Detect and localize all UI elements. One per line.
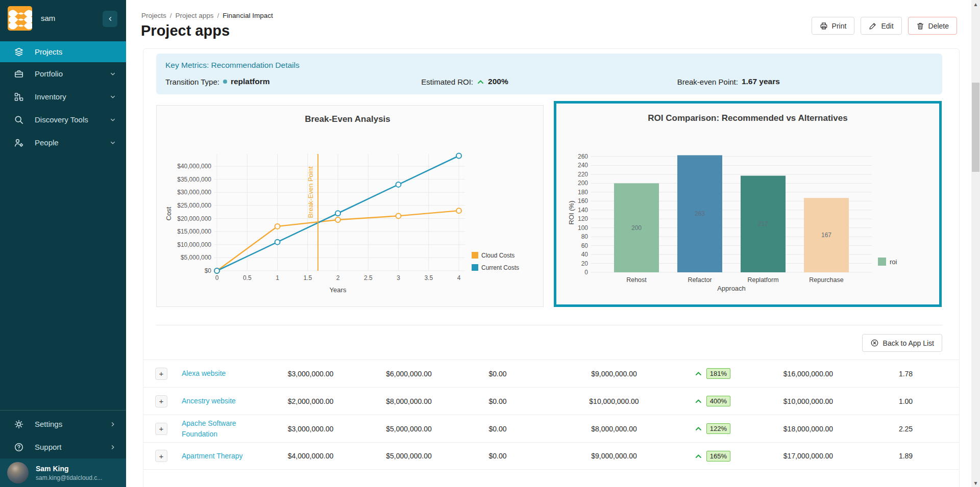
bar-value-label: 217 xyxy=(758,220,768,227)
money-cell: $0.00 xyxy=(460,425,535,433)
estimated-roi-label: Estimated ROI: xyxy=(421,78,473,86)
row-expand-button[interactable]: + xyxy=(155,368,167,380)
money-cell: $8,000,000.00 xyxy=(535,425,693,433)
table-row: +Alexa website$3,000,000.00$6,000,000.00… xyxy=(143,360,959,387)
roi-badge: 400% xyxy=(706,396,730,406)
sidebar-item-people[interactable]: People xyxy=(0,131,126,154)
tidal-logo-icon[interactable] xyxy=(8,6,32,31)
chevron-left-icon xyxy=(107,16,113,22)
row-expand-button[interactable]: + xyxy=(155,450,167,462)
svg-text:$25,000,000: $25,000,000 xyxy=(177,202,211,209)
sidebar-item-projects[interactable]: Projects xyxy=(0,41,126,62)
breadcrumb-separator: / xyxy=(170,12,172,19)
money-cell: $5,000,000.00 xyxy=(358,452,460,460)
edit-button[interactable]: Edit xyxy=(861,17,901,35)
money-cell: $9,000,000.00 xyxy=(535,370,693,378)
app-name-link[interactable]: Apartment Therapy xyxy=(182,452,243,460)
breadcrumb-project-apps[interactable]: Project apps xyxy=(176,12,214,19)
ratio-cell: 1.78 xyxy=(886,370,959,378)
back-to-app-list-button[interactable]: Back to App List xyxy=(862,334,942,352)
key-metrics-heading: Key Metrics: Recommendation Details xyxy=(165,61,933,70)
ratio-cell: 1.89 xyxy=(886,452,959,460)
money-cell: $3,000,000.00 xyxy=(263,370,358,378)
sidebar-footer-nav: Settings Support xyxy=(0,410,126,458)
legend-item[interactable]: Current Costs xyxy=(472,264,519,271)
svg-text:$40,000,000: $40,000,000 xyxy=(177,163,211,170)
scroll-up-arrow[interactable]: ▲ xyxy=(971,0,980,8)
bar-value-label: 263 xyxy=(695,210,705,217)
user-profile[interactable]: Sam King sam.king@tidalcloud.c... xyxy=(0,458,126,487)
scrollbar-thumb[interactable] xyxy=(972,83,979,172)
transition-type-metric: Transition Type: replatform xyxy=(165,77,421,86)
estimated-roi-value: 200% xyxy=(488,77,508,86)
person-gear-icon xyxy=(14,138,24,148)
legend-item[interactable]: Cloud Costs xyxy=(472,252,514,259)
sidebar-item-inventory[interactable]: Inventory xyxy=(0,85,126,108)
legend-item[interactable]: roi xyxy=(878,258,897,266)
caret-up-icon xyxy=(695,425,702,432)
roi-badge: 165% xyxy=(706,451,730,462)
svg-text:4: 4 xyxy=(457,274,461,281)
svg-text:Refactor: Refactor xyxy=(688,276,712,284)
app-name-link[interactable]: Apache Software Foundation xyxy=(182,419,236,438)
breadcrumb-current: Financial Impact xyxy=(223,12,273,19)
print-label: Print xyxy=(832,22,847,30)
svg-text:ROI (%): ROI (%) xyxy=(568,201,575,225)
caret-up-icon xyxy=(695,398,702,404)
sidebar-item-support[interactable]: Support xyxy=(0,435,126,458)
app-name-link[interactable]: Ancestry website xyxy=(182,397,236,405)
key-metrics-panel: Key Metrics: Recommendation Details Tran… xyxy=(156,54,942,94)
svg-text:$35,000,000: $35,000,000 xyxy=(177,176,211,183)
roi-chart-svg: ROI Comparison: Recommended vs Alternati… xyxy=(556,104,939,304)
printer-icon xyxy=(820,22,828,30)
sidebar-item-label: Inventory xyxy=(35,92,66,101)
page-title: Project apps xyxy=(141,22,230,39)
svg-text:120: 120 xyxy=(578,215,588,222)
sidebar-item-label: People xyxy=(35,138,59,147)
sidebar-collapse-button[interactable] xyxy=(103,11,117,27)
apps-table: +Alexa website$3,000,000.00$6,000,000.00… xyxy=(143,360,959,470)
scroll-down-arrow[interactable]: ▼ xyxy=(971,479,980,487)
bar-value-label: 200 xyxy=(631,224,642,232)
svg-text:100: 100 xyxy=(578,224,588,232)
sidebar-item-discovery-tools[interactable]: Discovery Tools xyxy=(0,108,126,131)
roi-cell: 122% xyxy=(693,423,730,434)
edit-label: Edit xyxy=(881,22,893,30)
delete-button[interactable]: Delete xyxy=(908,17,957,35)
roi-badge: 181% xyxy=(706,368,730,379)
avatar xyxy=(7,462,29,483)
svg-text:$5,000,000: $5,000,000 xyxy=(181,254,211,261)
svg-text:180: 180 xyxy=(578,189,588,196)
breakeven-chart: Break-Even Analysis$0$5,000,000$10,000,0… xyxy=(156,105,544,307)
window-scrollbar[interactable]: ▲ ▼ xyxy=(971,0,980,487)
svg-text:0: 0 xyxy=(215,274,219,281)
money-cell: $0.00 xyxy=(460,370,535,378)
app-name-link[interactable]: Alexa website xyxy=(182,369,226,377)
sidebar-item-portfolio[interactable]: Portfolio xyxy=(0,62,126,85)
svg-text:80: 80 xyxy=(581,233,589,240)
money-cell: $4,000,000.00 xyxy=(263,452,358,460)
row-expand-button[interactable]: + xyxy=(155,395,167,407)
transition-type-dot-icon xyxy=(223,80,227,84)
breakeven-chart-svg: Break-Even Analysis$0$5,000,000$10,000,0… xyxy=(157,106,543,306)
sitemap-icon xyxy=(14,92,24,102)
chevron-down-icon xyxy=(110,117,116,123)
money-cell: $5,000,000.00 xyxy=(358,425,460,433)
svg-text:Cost: Cost xyxy=(165,207,173,220)
sidebar-item-settings[interactable]: Settings xyxy=(0,413,126,435)
svg-text:2: 2 xyxy=(336,274,340,281)
user-email: sam.king@tidalcloud.c... xyxy=(36,474,102,481)
transition-type-label: Transition Type: xyxy=(165,78,219,86)
gear-icon xyxy=(14,419,24,429)
row-expand-button[interactable]: + xyxy=(155,423,167,435)
svg-text:200: 200 xyxy=(578,180,588,187)
chevron-down-icon xyxy=(110,94,116,100)
breakeven-label: Break-even Point: xyxy=(677,78,738,86)
print-button[interactable]: Print xyxy=(812,17,855,35)
caret-up-icon xyxy=(477,79,484,85)
breadcrumb-projects[interactable]: Projects xyxy=(141,12,166,19)
money-cell: $0.00 xyxy=(460,397,535,405)
table-row: +Ancestry website$2,000,000.00$8,000,000… xyxy=(143,387,959,415)
svg-text:0: 0 xyxy=(584,269,588,276)
ratio-cell: 2.25 xyxy=(886,425,959,433)
